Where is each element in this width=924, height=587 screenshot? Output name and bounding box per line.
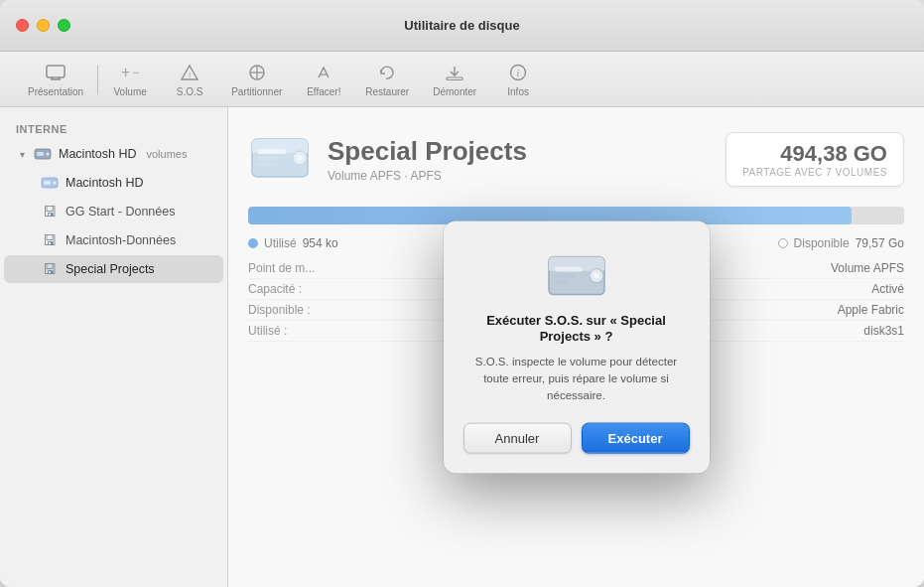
sidebar-macintosh-donnees-label: Macintosh-Données <box>66 233 176 247</box>
sidebar-item-macintosh-donnees[interactable]: 🖫 Macintosh-Données <box>4 226 223 254</box>
sidebar-macintosh-hd-vol-label: Macintosh HD <box>66 176 144 190</box>
titlebar: Utilitaire de disque <box>0 0 924 52</box>
restaurer-icon <box>377 62 397 83</box>
disclosure-icon: ▾ <box>20 149 25 160</box>
svg-rect-17 <box>44 181 51 185</box>
volume-icon-mhd <box>40 173 60 193</box>
sidebar-item-macintosh-hd-group[interactable]: ▾ Macintosh HD volumes <box>4 140 223 168</box>
sidebar-gg-start-label: GG Start - Données <box>66 205 175 219</box>
volume-icon-gg: 🖫 <box>40 202 60 221</box>
execute-button[interactable]: Exécuter <box>582 423 690 454</box>
toolbar-restaurer[interactable]: Restaurer <box>353 58 421 101</box>
sidebar-item-gg-start[interactable]: 🖫 GG Start - Données <box>4 198 223 225</box>
svg-rect-31 <box>555 266 583 271</box>
sidebar-section-interne: Interne <box>0 115 227 139</box>
svg-point-30 <box>594 272 599 278</box>
sidebar-macintosh-hd-label: Macintosh HD <box>59 147 137 161</box>
toolbar-infos[interactable]: i Infos <box>488 58 548 101</box>
content-area: Special Projects Volume APFS · APFS 494,… <box>228 107 924 587</box>
infos-icon: i <box>509 62 527 83</box>
modal-title: Exécuter S.O.S. sur « Special Projects »… <box>463 312 690 346</box>
svg-text:i: i <box>517 68 520 78</box>
volume-icon-sp: 🖫 <box>40 259 60 279</box>
svg-text:!: ! <box>189 71 191 79</box>
svg-rect-0 <box>47 66 65 77</box>
svg-rect-14 <box>37 152 44 156</box>
sidebar-special-projects-label: Special Projects <box>66 262 155 276</box>
demonter-label: Démonter <box>433 86 476 97</box>
toolbar-sos[interactable]: ! S.O.S <box>160 58 219 101</box>
window-title: Utilitaire de disque <box>404 18 519 33</box>
sos-dialog: Exécuter S.O.S. sur « Special Projects »… <box>444 220 710 474</box>
effacer-icon <box>315 62 332 83</box>
volume-label: Volume <box>113 86 146 97</box>
presentation-icon <box>46 62 66 83</box>
presentation-label: Présentation <box>28 86 83 97</box>
minimize-button[interactable] <box>37 19 50 32</box>
svg-point-13 <box>47 153 50 156</box>
sidebar: Interne ▾ Macintosh HD volumes <box>0 107 228 587</box>
disk-icon <box>33 144 53 164</box>
volume-icon-md: 🖫 <box>40 230 60 250</box>
infos-label: Infos <box>507 86 529 97</box>
toolbar-partitionner[interactable]: Partitionner <box>219 58 294 101</box>
svg-point-16 <box>54 182 57 185</box>
sidebar-volumes-label: volumes <box>147 148 188 160</box>
sidebar-item-macintosh-hd[interactable]: Macintosh HD <box>4 169 223 197</box>
partitionner-icon <box>247 62 267 83</box>
close-button[interactable] <box>16 19 29 32</box>
demonter-icon <box>445 62 464 83</box>
sos-label: S.O.S <box>177 86 203 97</box>
effacer-label: Effacer! <box>307 86 340 97</box>
sos-icon: ! <box>180 62 199 83</box>
main-area: Interne ▾ Macintosh HD volumes <box>0 107 924 587</box>
toolbar-effacer[interactable]: Effacer! <box>294 58 353 101</box>
partitionner-label: Partitionner <box>231 86 282 97</box>
modal-buttons: Annuler Exécuter <box>463 423 690 454</box>
svg-rect-32 <box>555 274 575 277</box>
toolbar-volume[interactable]: +− Volume <box>100 58 160 101</box>
volume-icon: +− <box>121 62 139 83</box>
toolbar: Présentation +− Volume ! S.O.S <box>0 52 924 107</box>
cancel-button[interactable]: Annuler <box>463 423 572 454</box>
toolbar-demonter[interactable]: Démonter <box>421 58 488 101</box>
restaurer-label: Restaurer <box>365 86 409 97</box>
maximize-button[interactable] <box>58 19 70 32</box>
toolbar-sep-1 <box>97 65 98 94</box>
sidebar-item-special-projects[interactable]: 🖫 Special Projects <box>4 255 223 283</box>
toolbar-presentation[interactable]: Présentation <box>16 58 95 101</box>
main-window: Utilitaire de disque Présentation +− Vol… <box>0 0 924 587</box>
modal-disk-icon <box>545 244 608 312</box>
modal-message: S.O.S. inspecte le volume pour détecter … <box>463 354 690 403</box>
traffic-lights <box>16 19 70 32</box>
svg-rect-9 <box>447 77 462 80</box>
svg-rect-33 <box>555 280 569 283</box>
